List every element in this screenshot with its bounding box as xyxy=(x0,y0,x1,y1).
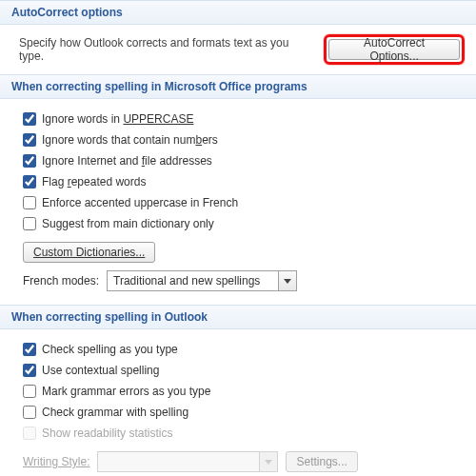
checkbox-label: Use contextual spelling xyxy=(42,364,159,377)
checkbox-label: Flag repeated words xyxy=(42,175,146,188)
office-check-repeated[interactable]: Flag repeated words xyxy=(23,171,465,192)
checkbox[interactable] xyxy=(23,154,36,168)
autocorrect-intro-row: Specify how Outlook corrects and formats… xyxy=(0,25,476,74)
office-check-french-accents[interactable]: Enforce accented uppercase in French xyxy=(23,192,465,213)
writing-style-label: Writing Style: xyxy=(23,455,89,468)
french-modes-dropdown[interactable]: Traditional and new spellings xyxy=(107,270,297,291)
french-modes-label: French modes: xyxy=(23,274,99,288)
checkbox[interactable] xyxy=(23,112,36,126)
checkbox-label: Ignore Internet and file addresses xyxy=(42,154,212,168)
chevron-down-icon xyxy=(259,452,277,471)
office-check-uppercase[interactable]: Ignore words in UPPERCASE xyxy=(23,109,465,129)
checkbox-label: Mark grammar errors as you type xyxy=(42,385,210,398)
checkbox[interactable] xyxy=(23,217,36,230)
section-header-autocorrect: AutoCorrect options xyxy=(0,0,476,25)
checkbox[interactable] xyxy=(23,406,36,419)
checkbox-label: Ignore words that contain numbers xyxy=(42,133,218,147)
checkbox xyxy=(23,426,36,440)
outlook-check-grammar-spelling[interactable]: Check grammar with spelling xyxy=(23,402,465,423)
checkbox[interactable] xyxy=(23,175,36,188)
autocorrect-options-button[interactable]: AutoCorrect Options... xyxy=(328,39,460,60)
checkbox-label: Check spelling as you type xyxy=(42,343,178,356)
checkbox[interactable] xyxy=(23,133,36,147)
outlook-check-readability: Show readability statistics xyxy=(23,423,465,444)
office-check-internet[interactable]: Ignore Internet and file addresses xyxy=(23,150,465,171)
section-title: When correcting spelling in Outlook xyxy=(11,310,208,324)
outlook-check-as-you-type[interactable]: Check spelling as you type xyxy=(23,339,465,360)
writing-style-dropdown xyxy=(97,451,278,472)
dropdown-value: Traditional and new spellings xyxy=(113,274,278,288)
checkbox-label: Check grammar with spelling xyxy=(42,406,188,419)
checkbox-label: Suggest from main dictionary only xyxy=(42,217,214,230)
autocorrect-intro-text: Specify how Outlook corrects and formats… xyxy=(19,36,310,63)
checkbox[interactable] xyxy=(23,343,36,356)
office-body: Ignore words in UPPERCASE Ignore words t… xyxy=(0,99,476,305)
checkbox-label: Show readability statistics xyxy=(42,426,172,440)
autocorrect-button-highlight: AutoCorrect Options... xyxy=(324,34,465,65)
section-header-office: When correcting spelling in Microsoft Of… xyxy=(0,74,476,99)
outlook-check-contextual[interactable]: Use contextual spelling xyxy=(23,360,465,381)
checkbox[interactable] xyxy=(23,385,36,398)
outlook-check-grammar-type[interactable]: Mark grammar errors as you type xyxy=(23,381,465,402)
checkbox-label: Ignore words in UPPERCASE xyxy=(42,112,193,126)
office-check-numbers[interactable]: Ignore words that contain numbers xyxy=(23,129,465,150)
checkbox-label: Enforce accented uppercase in French xyxy=(42,196,238,209)
chevron-down-icon xyxy=(278,271,296,290)
section-title: AutoCorrect options xyxy=(11,6,123,19)
checkbox[interactable] xyxy=(23,364,36,377)
checkbox[interactable] xyxy=(23,196,36,209)
custom-dictionaries-button[interactable]: Custom Dictionaries... xyxy=(23,242,155,263)
outlook-body: Check spelling as you type Use contextua… xyxy=(0,329,476,476)
section-header-outlook: When correcting spelling in Outlook xyxy=(0,305,476,329)
settings-button: Settings... xyxy=(286,451,357,472)
section-title: When correcting spelling in Microsoft Of… xyxy=(11,80,307,93)
office-check-main-dictionary[interactable]: Suggest from main dictionary only xyxy=(23,213,465,234)
